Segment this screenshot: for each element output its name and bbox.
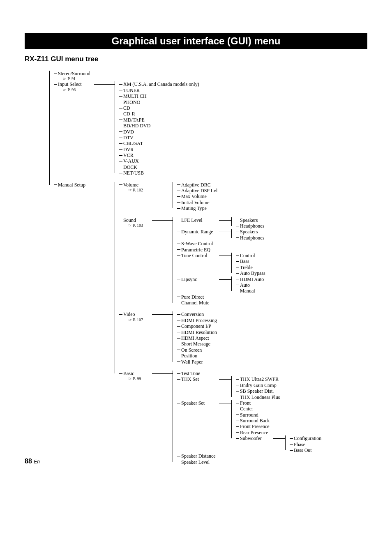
item-label: Test Tone	[181, 371, 200, 376]
tree-node-speaker-set: Speaker Set Front Center Su	[177, 400, 321, 454]
video-item: HDMI Processing	[177, 318, 217, 323]
item-label: Wall Paper	[181, 359, 203, 365]
item-label: HDMI Aspect	[181, 335, 209, 341]
sound-item: Pure Direct	[177, 294, 265, 300]
node-label: Subwoofer	[240, 435, 273, 441]
item-label: DVR	[123, 147, 134, 152]
node-label: THX Set	[181, 376, 219, 382]
lipsync-item: Auto	[236, 282, 264, 288]
speaker-item: Surround	[236, 412, 321, 418]
tree-node-thx-set: THX Set THX Ultra2 SWFR Bndry Gain Comp	[177, 376, 321, 400]
page-ref: ☞ P. 102	[123, 188, 152, 193]
item-label: Treble	[240, 265, 253, 270]
item-label: Pure Direct	[181, 294, 204, 300]
pointer-icon: ☞	[128, 223, 132, 228]
speaker-item: Front Presence	[236, 424, 321, 429]
page-ref: ☞ P. 99	[123, 376, 152, 381]
page-ref: ☞ P. 96	[58, 88, 94, 92]
item-label: VCR	[123, 152, 134, 158]
item-label: Component I/P	[181, 323, 211, 329]
item-label: Headphones	[240, 223, 264, 229]
tree-node-manual-setup: Manual Setup Volume ☞	[54, 182, 367, 465]
item-label: Manual	[240, 288, 255, 294]
item-label: THX Loudness Plus	[240, 394, 280, 400]
sound-item: S-Wave Control	[177, 241, 265, 246]
item-label: Bndry Gain Comp	[240, 382, 277, 388]
tree-node-lfe-level: LFE Level Speakers Headphones	[177, 217, 265, 229]
volume-item: Adaptive DSP Lvl	[177, 188, 217, 193]
item-label: Surround	[240, 412, 258, 418]
item-label: Speaker Distance	[181, 453, 216, 459]
item-label: Bass	[240, 258, 249, 264]
input-item: PHONO	[119, 99, 199, 105]
node-label: Stereo/Surround	[58, 71, 90, 76]
volume-item: Initial Volume	[177, 200, 217, 205]
item-label: Phase	[294, 442, 305, 447]
input-item: MD/TAPE	[119, 117, 199, 123]
volume-item: Adaptive DRC	[177, 182, 217, 188]
page-number: 88 En	[25, 458, 40, 465]
node-label: Volume	[123, 182, 138, 188]
video-item: Position	[177, 353, 217, 359]
item-label: Control	[240, 253, 255, 258]
item-label: DOCK	[123, 164, 137, 170]
tree-node-video: Video ☞ P. 107	[119, 311, 321, 365]
item-label: NET/USB	[123, 170, 144, 176]
tree-node-basic: Basic ☞ P. 99	[119, 371, 321, 465]
item-label: Configuration	[294, 435, 321, 441]
node-label: Video	[123, 311, 135, 317]
input-item: DVD	[119, 129, 199, 135]
item-label: Muting Type	[181, 205, 207, 211]
input-item: CBL/SAT	[119, 140, 199, 146]
basic-item: Test Tone	[177, 371, 321, 376]
item-label: SB Speaker Dist.	[240, 388, 274, 394]
input-item: CD	[119, 105, 199, 111]
node-label: Lipsync	[181, 276, 219, 282]
page-ref-text: P. 96	[68, 88, 76, 92]
tc-item: Treble	[236, 265, 265, 270]
node-label: Sound	[123, 217, 136, 223]
item-label: Bass Out	[294, 447, 312, 453]
document-page: Graphical user interface (GUI) menu RX-Z…	[0, 0, 392, 481]
input-item: NET/USB	[119, 170, 199, 176]
dr-item: Speakers	[236, 229, 264, 235]
video-item: On Screen	[177, 347, 217, 353]
node-label: Tone Control	[181, 253, 219, 258]
section-heading: RX-Z11 GUI menu tree	[25, 55, 367, 63]
video-item: HDMI Aspect	[177, 335, 217, 341]
item-label: Short Message	[181, 341, 210, 347]
sound-item: Parametric EQ	[177, 247, 265, 253]
input-item: VCR	[119, 152, 199, 158]
item-label: MD/TAPE	[123, 117, 145, 123]
input-item: V-AUX	[119, 158, 199, 164]
item-label: Speakers	[240, 229, 258, 235]
node-label: Basic	[123, 371, 134, 376]
sub-item: Bass Out	[290, 447, 321, 453]
tree-node-tone-control: Tone Control Control Bass T	[177, 253, 265, 276]
page-ref-text: P. 107	[133, 318, 143, 322]
item-label: Surround Back	[240, 418, 270, 424]
input-item: BD/HD DVD	[119, 123, 199, 129]
input-item: TUNER	[119, 88, 199, 93]
page-ref-text: P. 99	[133, 376, 141, 381]
page-ref-text: P. 91	[68, 76, 76, 81]
input-item: XM (U.S.A. and Canada models only)	[119, 81, 199, 87]
tc-item: Bass	[236, 258, 265, 264]
page-ref-text: P. 103	[133, 223, 143, 228]
item-label: HDMI Processing	[181, 318, 217, 323]
page-title: Graphical user interface (GUI) menu	[112, 35, 281, 46]
item-label: HDMI Resolution	[181, 329, 217, 335]
input-item: DOCK	[119, 164, 199, 170]
page-title-bar: Graphical user interface (GUI) menu	[25, 33, 367, 49]
item-label: TUNER	[123, 88, 140, 93]
page-ref-text: P. 102	[133, 188, 143, 192]
thx-item: SB Speaker Dist.	[236, 388, 280, 394]
tree-node-volume: Volume ☞ P. 102	[119, 182, 321, 212]
input-item: CD-R	[119, 111, 199, 117]
item-label: V-AUX	[123, 158, 139, 164]
tree-node-subwoofer: Subwoofer Configuration	[236, 435, 321, 453]
speaker-item: Rear Presence	[236, 430, 321, 435]
item-label: MULTI CH	[123, 93, 147, 99]
item-label: XM (U.S.A. and Canada models only)	[123, 81, 199, 87]
item-label: CD	[123, 105, 130, 111]
